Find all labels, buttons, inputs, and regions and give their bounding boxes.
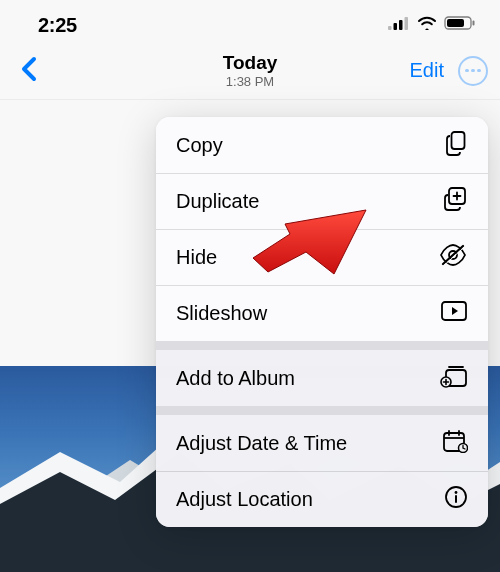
menu-item-label: Adjust Location bbox=[176, 488, 313, 511]
wifi-icon bbox=[417, 16, 437, 34]
menu-item-duplicate[interactable]: Duplicate bbox=[156, 173, 488, 229]
menu-separator bbox=[156, 406, 488, 415]
cellular-icon bbox=[388, 16, 410, 34]
menu-item-label: Hide bbox=[176, 246, 217, 269]
ellipsis-icon bbox=[465, 69, 481, 73]
menu-item-slideshow[interactable]: Slideshow bbox=[156, 285, 488, 341]
hide-icon bbox=[438, 244, 468, 271]
duplicate-icon bbox=[442, 186, 468, 217]
context-menu: Copy Duplicate Hide bbox=[156, 117, 488, 527]
svg-rect-6 bbox=[473, 21, 475, 26]
chevron-left-icon bbox=[20, 70, 37, 85]
calendar-icon bbox=[442, 429, 468, 458]
nav-title-block: Today 1:38 PM bbox=[223, 52, 278, 89]
back-button[interactable] bbox=[12, 52, 45, 89]
add-to-album-icon bbox=[440, 364, 468, 393]
menu-item-hide[interactable]: Hide bbox=[156, 229, 488, 285]
more-button[interactable] bbox=[458, 56, 488, 86]
svg-point-18 bbox=[455, 491, 458, 494]
svg-rect-1 bbox=[394, 23, 398, 30]
svg-rect-7 bbox=[452, 132, 465, 149]
slideshow-icon bbox=[440, 300, 468, 327]
copy-icon bbox=[444, 130, 468, 161]
svg-rect-3 bbox=[405, 17, 409, 30]
status-time: 2:25 bbox=[38, 14, 77, 37]
menu-item-adjust-location[interactable]: Adjust Location bbox=[156, 471, 488, 527]
svg-rect-5 bbox=[447, 19, 464, 27]
menu-item-add-to-album[interactable]: Add to Album bbox=[156, 350, 488, 406]
status-icons bbox=[388, 16, 476, 34]
info-icon bbox=[444, 485, 468, 514]
menu-item-label: Copy bbox=[176, 134, 223, 157]
menu-item-copy[interactable]: Copy bbox=[156, 117, 488, 173]
page-subtitle: 1:38 PM bbox=[223, 74, 278, 89]
menu-item-label: Adjust Date & Time bbox=[176, 432, 347, 455]
menu-item-label: Slideshow bbox=[176, 302, 267, 325]
page-title: Today bbox=[223, 52, 278, 74]
menu-item-label: Duplicate bbox=[176, 190, 259, 213]
svg-rect-2 bbox=[399, 20, 403, 30]
menu-item-adjust-date-time[interactable]: Adjust Date & Time bbox=[156, 415, 488, 471]
menu-item-label: Add to Album bbox=[176, 367, 295, 390]
menu-separator bbox=[156, 341, 488, 350]
status-bar: 2:25 bbox=[0, 0, 500, 44]
battery-icon bbox=[444, 16, 476, 34]
edit-button[interactable]: Edit bbox=[410, 59, 444, 82]
svg-rect-0 bbox=[388, 26, 392, 30]
nav-bar: Today 1:38 PM Edit bbox=[0, 44, 500, 100]
